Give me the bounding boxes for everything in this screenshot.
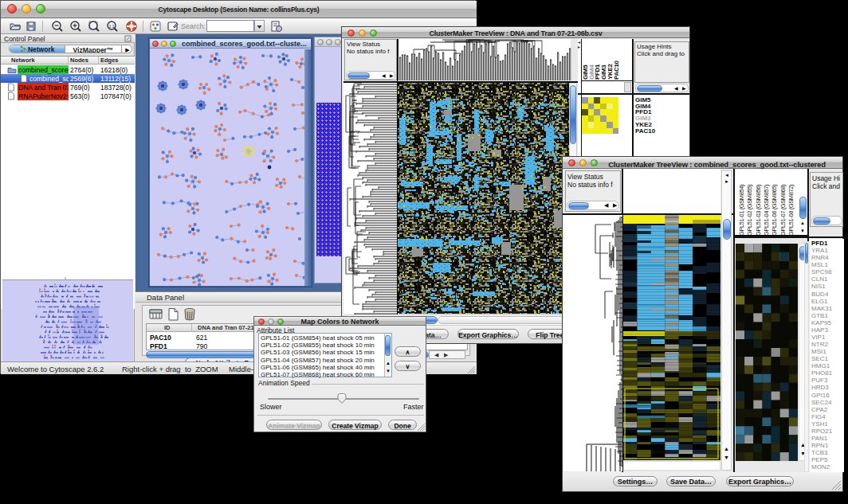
svg-text:1:1: 1:1: [109, 24, 115, 29]
